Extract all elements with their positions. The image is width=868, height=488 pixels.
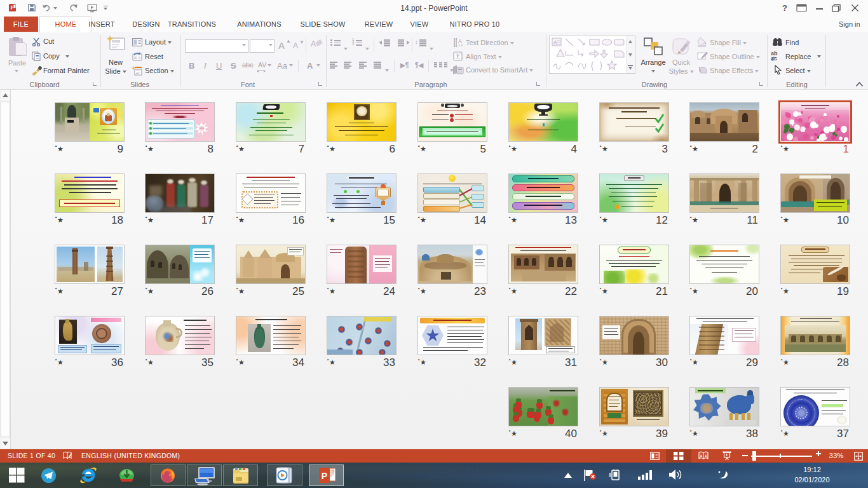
svg-text:P: P bbox=[322, 471, 327, 481]
svg-text:A: A bbox=[458, 38, 462, 44]
